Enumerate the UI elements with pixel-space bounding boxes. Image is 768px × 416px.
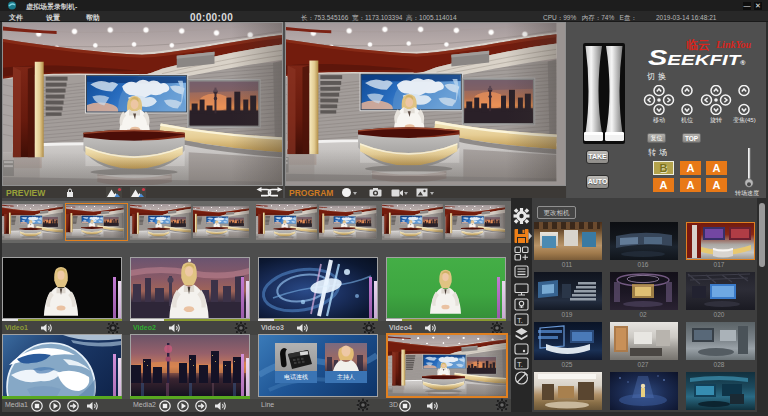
svg-text:T.: T. bbox=[517, 316, 523, 325]
svg-text:T.: T. bbox=[517, 360, 523, 369]
